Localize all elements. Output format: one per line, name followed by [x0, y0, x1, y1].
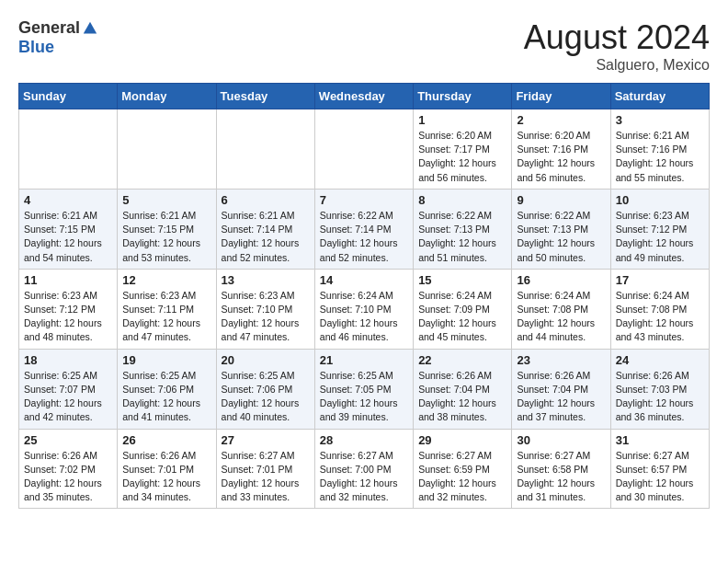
day-info: Sunrise: 6:27 AMSunset: 6:59 PMDaylight:…: [418, 449, 506, 505]
calendar-day-header: Wednesday: [314, 84, 413, 109]
calendar-day-cell: 20 Sunrise: 6:25 AMSunset: 7:06 PMDaylig…: [216, 349, 314, 429]
calendar-week-row: 25 Sunrise: 6:26 AMSunset: 7:02 PMDaylig…: [19, 429, 710, 509]
day-info: Sunrise: 6:26 AMSunset: 7:02 PMDaylight:…: [24, 449, 112, 505]
calendar-week-row: 11 Sunrise: 6:23 AMSunset: 7:12 PMDaylig…: [19, 269, 710, 349]
day-info: Sunrise: 6:23 AMSunset: 7:10 PMDaylight:…: [222, 289, 310, 345]
calendar-week-row: 18 Sunrise: 6:25 AMSunset: 7:07 PMDaylig…: [19, 349, 710, 429]
day-number: 20: [222, 353, 310, 367]
day-info: Sunrise: 6:25 AMSunset: 7:05 PMDaylight:…: [320, 369, 408, 425]
calendar-day-cell: 25 Sunrise: 6:26 AMSunset: 7:02 PMDaylig…: [19, 429, 118, 509]
day-info: Sunrise: 6:23 AMSunset: 7:12 PMDaylight:…: [24, 289, 112, 345]
calendar-day-header: Saturday: [610, 84, 709, 109]
day-number: 24: [616, 353, 704, 367]
day-info: Sunrise: 6:21 AMSunset: 7:15 PMDaylight:…: [24, 209, 112, 265]
day-number: 3: [616, 113, 704, 127]
day-number: 25: [24, 433, 112, 447]
day-info: Sunrise: 6:24 AMSunset: 7:08 PMDaylight:…: [517, 289, 605, 345]
logo-icon: [82, 20, 98, 37]
calendar-day-cell: 13 Sunrise: 6:23 AMSunset: 7:10 PMDaylig…: [216, 269, 314, 349]
day-number: 28: [320, 433, 408, 447]
logo-general-text: General: [18, 18, 80, 38]
day-info: Sunrise: 6:25 AMSunset: 7:06 PMDaylight:…: [222, 369, 310, 425]
day-number: 4: [24, 193, 112, 207]
calendar-week-row: 4 Sunrise: 6:21 AMSunset: 7:15 PMDayligh…: [19, 189, 710, 269]
day-number: 7: [320, 193, 408, 207]
day-number: 9: [517, 193, 605, 207]
calendar-day-cell: [118, 109, 216, 190]
day-number: 11: [24, 273, 112, 287]
day-info: Sunrise: 6:26 AMSunset: 7:04 PMDaylight:…: [418, 369, 506, 425]
calendar-day-cell: 10 Sunrise: 6:23 AMSunset: 7:12 PMDaylig…: [610, 189, 709, 269]
day-number: 1: [418, 113, 506, 127]
day-number: 30: [517, 433, 605, 447]
day-info: Sunrise: 6:22 AMSunset: 7:14 PMDaylight:…: [320, 209, 408, 265]
calendar-day-cell: 16 Sunrise: 6:24 AMSunset: 7:08 PMDaylig…: [512, 269, 610, 349]
day-info: Sunrise: 6:24 AMSunset: 7:08 PMDaylight:…: [616, 289, 704, 345]
day-info: Sunrise: 6:26 AMSunset: 7:03 PMDaylight:…: [616, 369, 704, 425]
day-number: 26: [122, 433, 210, 447]
day-number: 16: [517, 273, 605, 287]
day-info: Sunrise: 6:24 AMSunset: 7:09 PMDaylight:…: [418, 289, 506, 345]
day-info: Sunrise: 6:25 AMSunset: 7:07 PMDaylight:…: [24, 369, 112, 425]
calendar-day-cell: [314, 109, 413, 190]
subtitle: Salguero, Mexico: [524, 57, 710, 74]
day-info: Sunrise: 6:27 AMSunset: 7:01 PMDaylight:…: [222, 449, 310, 505]
logo-blue-text: Blue: [18, 38, 54, 56]
day-info: Sunrise: 6:25 AMSunset: 7:06 PMDaylight:…: [122, 369, 210, 425]
day-info: Sunrise: 6:21 AMSunset: 7:16 PMDaylight:…: [616, 129, 704, 185]
day-info: Sunrise: 6:22 AMSunset: 7:13 PMDaylight:…: [418, 209, 506, 265]
calendar-day-cell: 30 Sunrise: 6:27 AMSunset: 6:58 PMDaylig…: [512, 429, 610, 509]
calendar-day-cell: 22 Sunrise: 6:26 AMSunset: 7:04 PMDaylig…: [414, 349, 512, 429]
day-number: 15: [418, 273, 506, 287]
page-header: General Blue August 2024 Salguero, Mexic…: [18, 18, 710, 74]
day-number: 22: [418, 353, 506, 367]
calendar-day-cell: 7 Sunrise: 6:22 AMSunset: 7:14 PMDayligh…: [314, 189, 413, 269]
main-title: August 2024: [524, 18, 710, 57]
day-number: 29: [418, 433, 506, 447]
day-number: 21: [320, 353, 408, 367]
day-number: 12: [122, 273, 210, 287]
calendar-day-header: Monday: [118, 84, 216, 109]
day-info: Sunrise: 6:23 AMSunset: 7:11 PMDaylight:…: [122, 289, 210, 345]
day-info: Sunrise: 6:22 AMSunset: 7:13 PMDaylight:…: [517, 209, 605, 265]
calendar-day-cell: 21 Sunrise: 6:25 AMSunset: 7:05 PMDaylig…: [314, 349, 413, 429]
calendar-day-cell: 31 Sunrise: 6:27 AMSunset: 6:57 PMDaylig…: [610, 429, 709, 509]
calendar-day-cell: 23 Sunrise: 6:26 AMSunset: 7:04 PMDaylig…: [512, 349, 610, 429]
day-number: 6: [222, 193, 310, 207]
calendar-day-cell: 11 Sunrise: 6:23 AMSunset: 7:12 PMDaylig…: [19, 269, 118, 349]
day-number: 8: [418, 193, 506, 207]
day-info: Sunrise: 6:20 AMSunset: 7:17 PMDaylight:…: [418, 129, 506, 185]
calendar-day-cell: 12 Sunrise: 6:23 AMSunset: 7:11 PMDaylig…: [118, 269, 216, 349]
calendar-header-row: SundayMondayTuesdayWednesdayThursdayFrid…: [19, 84, 710, 109]
svg-marker-0: [84, 21, 97, 33]
day-number: 13: [222, 273, 310, 287]
calendar-day-header: Friday: [512, 84, 610, 109]
calendar-day-cell: 4 Sunrise: 6:21 AMSunset: 7:15 PMDayligh…: [19, 189, 118, 269]
day-number: 19: [122, 353, 210, 367]
day-info: Sunrise: 6:23 AMSunset: 7:12 PMDaylight:…: [616, 209, 704, 265]
calendar-day-cell: 19 Sunrise: 6:25 AMSunset: 7:06 PMDaylig…: [118, 349, 216, 429]
day-number: 14: [320, 273, 408, 287]
calendar-day-cell: 28 Sunrise: 6:27 AMSunset: 7:00 PMDaylig…: [314, 429, 413, 509]
day-info: Sunrise: 6:27 AMSunset: 6:58 PMDaylight:…: [517, 449, 605, 505]
day-number: 5: [122, 193, 210, 207]
title-block: August 2024 Salguero, Mexico: [524, 18, 710, 74]
day-info: Sunrise: 6:27 AMSunset: 7:00 PMDaylight:…: [320, 449, 408, 505]
calendar-day-cell: 27 Sunrise: 6:27 AMSunset: 7:01 PMDaylig…: [216, 429, 314, 509]
day-number: 18: [24, 353, 112, 367]
day-number: 17: [616, 273, 704, 287]
calendar-day-cell: 1 Sunrise: 6:20 AMSunset: 7:17 PMDayligh…: [414, 109, 512, 190]
calendar-day-cell: 9 Sunrise: 6:22 AMSunset: 7:13 PMDayligh…: [512, 189, 610, 269]
calendar-day-cell: 24 Sunrise: 6:26 AMSunset: 7:03 PMDaylig…: [610, 349, 709, 429]
calendar-week-row: 1 Sunrise: 6:20 AMSunset: 7:17 PMDayligh…: [19, 109, 710, 190]
calendar-day-cell: 6 Sunrise: 6:21 AMSunset: 7:14 PMDayligh…: [216, 189, 314, 269]
calendar-day-header: Tuesday: [216, 84, 314, 109]
day-number: 31: [616, 433, 704, 447]
calendar-day-cell: 3 Sunrise: 6:21 AMSunset: 7:16 PMDayligh…: [610, 109, 709, 190]
day-number: 27: [222, 433, 310, 447]
calendar-table: SundayMondayTuesdayWednesdayThursdayFrid…: [18, 83, 710, 509]
calendar-day-cell: 29 Sunrise: 6:27 AMSunset: 6:59 PMDaylig…: [414, 429, 512, 509]
calendar-day-header: Thursday: [414, 84, 512, 109]
day-number: 2: [517, 113, 605, 127]
calendar-day-cell: 26 Sunrise: 6:26 AMSunset: 7:01 PMDaylig…: [118, 429, 216, 509]
